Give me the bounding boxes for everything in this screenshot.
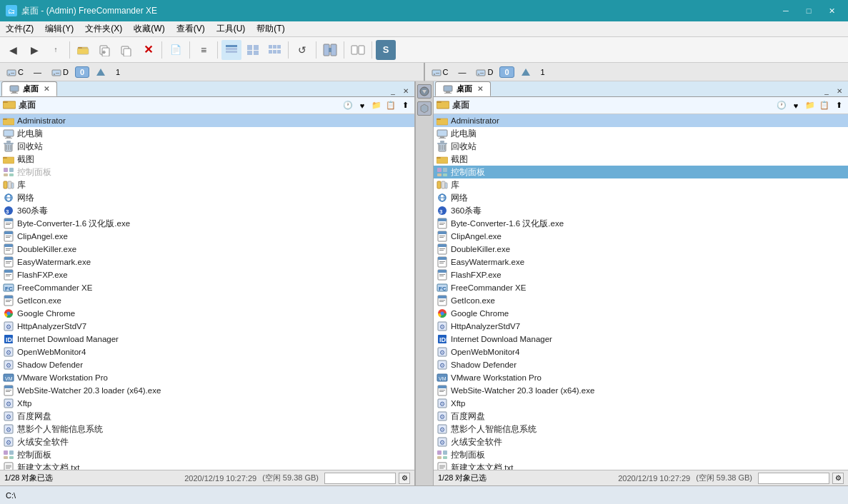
list-item[interactable]: ⚙百度网盘: [0, 410, 414, 423]
right-addr-time-btn[interactable]: 🕐: [775, 99, 788, 112]
list-item[interactable]: 回收站: [0, 140, 414, 153]
list-item[interactable]: FCFreeCommander XE: [434, 281, 848, 294]
list-item[interactable]: ⚙Shadow Defender: [0, 358, 414, 371]
list-item[interactable]: FlashFXP.exe: [0, 268, 414, 281]
list-item[interactable]: 控制面板: [434, 448, 848, 461]
refresh-button[interactable]: ↺: [292, 40, 312, 60]
right-addr-fav-btn[interactable]: ♥: [789, 99, 802, 112]
list-item[interactable]: 控制面板: [0, 448, 414, 461]
menu-edit[interactable]: 编辑(Y): [39, 21, 79, 37]
left-path-input[interactable]: [324, 473, 396, 484]
menu-folder[interactable]: 文件夹(X): [79, 21, 128, 37]
menu-file[interactable]: 文件(Z): [0, 21, 39, 37]
list-item[interactable]: 控制面板: [0, 166, 414, 178]
list-item[interactable]: WebSite-Watcher 20.3 loader (x64).exe: [434, 384, 848, 397]
left-drive-d[interactable]: D: [48, 66, 72, 79]
list-item[interactable]: 库: [434, 178, 848, 191]
list-item[interactable]: 截图: [0, 153, 414, 166]
list-item[interactable]: ⚙百度网盘: [434, 410, 848, 423]
delete-button[interactable]: ✕: [138, 40, 158, 60]
list-item[interactable]: ⚙火绒安全软件: [0, 435, 414, 448]
list-item[interactable]: ⚙Xftp: [0, 397, 414, 410]
list-item[interactable]: 回收站: [434, 140, 848, 153]
list-item[interactable]: DoubleKiller.exe: [434, 243, 848, 256]
list-item[interactable]: ClipAngel.exe: [434, 230, 848, 243]
sync-button[interactable]: [320, 40, 340, 60]
menu-favorites[interactable]: 收藏(W): [128, 21, 170, 37]
view-mode-button[interactable]: [348, 40, 368, 60]
right-drive-1[interactable]: 1: [537, 66, 549, 78]
up-button[interactable]: ↑: [46, 40, 66, 60]
list-item[interactable]: ⚙慧影个人智能信息系统: [434, 423, 848, 435]
list-item[interactable]: 此电脑: [0, 127, 414, 140]
list-item[interactable]: EasyWatermark.exe: [0, 256, 414, 268]
list-item[interactable]: IDMInternet Download Manager: [434, 333, 848, 346]
list-item[interactable]: ⚙OpenWebMonitor4: [434, 346, 848, 358]
left-tab-close[interactable]: ✕: [44, 85, 49, 93]
settings-button[interactable]: S: [376, 40, 396, 60]
list-item[interactable]: 库: [0, 178, 414, 191]
list-item[interactable]: EasyWatermark.exe: [434, 256, 848, 268]
list-item[interactable]: ⚙OpenWebMonitor4: [0, 346, 414, 358]
list-item[interactable]: ⚙HttpAnalyzerStdV7: [0, 320, 414, 333]
list-item[interactable]: ClipAngel.exe: [0, 230, 414, 243]
left-drive-up[interactable]: [92, 66, 109, 79]
back-button[interactable]: ◀: [3, 40, 23, 60]
left-tab-close-all[interactable]: ✕: [400, 85, 411, 96]
maximize-button[interactable]: □: [798, 4, 819, 18]
right-tab-minimize[interactable]: _: [821, 85, 832, 96]
right-drive-c[interactable]: C: [428, 66, 452, 79]
right-addr-copy-btn[interactable]: 📋: [818, 99, 831, 112]
left-file-list[interactable]: Administrator此电脑回收站截图控制面板库网络3360杀毒Byte-C…: [0, 114, 414, 470]
list-item[interactable]: GetIcon.exe: [0, 294, 414, 307]
left-addr-up-btn[interactable]: ⬆: [399, 99, 411, 112]
tile-view-button[interactable]: [243, 40, 263, 60]
list-item[interactable]: Byte-Converter-1.6 汉化版.exe: [434, 217, 848, 230]
left-drive-active[interactable]: 0: [75, 66, 89, 78]
right-settings-btn[interactable]: ⚙: [832, 473, 844, 484]
right-file-list[interactable]: Administrator此电脑回收站截图控制面板库网络3360杀毒Byte-C…: [434, 114, 848, 470]
list-item[interactable]: ⚙Xftp: [434, 397, 848, 410]
menu-tools[interactable]: 工具(U): [211, 21, 251, 37]
right-drive-up[interactable]: [517, 66, 534, 79]
list-item[interactable]: ⚙HttpAnalyzerStdV7: [434, 320, 848, 333]
open-button[interactable]: [74, 40, 94, 60]
list-item[interactable]: DoubleKiller.exe: [0, 243, 414, 256]
list-item[interactable]: ⚙慧影个人智能信息系统: [0, 423, 414, 435]
list-item[interactable]: 网络: [434, 191, 848, 204]
list-item[interactable]: FlashFXP.exe: [434, 268, 848, 281]
right-drive-d[interactable]: D: [472, 66, 497, 79]
list-item[interactable]: 网络: [0, 191, 414, 204]
right-addr-up-btn[interactable]: ⬆: [832, 99, 845, 112]
left-addr-time-btn[interactable]: 🕐: [341, 99, 354, 112]
left-addr-copy-btn[interactable]: 📋: [384, 99, 397, 112]
close-button[interactable]: ✕: [821, 4, 842, 18]
splitter-sync-icon[interactable]: [417, 101, 432, 116]
list-view-button[interactable]: ≡: [194, 40, 214, 60]
list-item[interactable]: Google Chrome: [0, 307, 414, 320]
copy-to-button[interactable]: ⊕: [95, 40, 115, 60]
list-item[interactable]: GetIcon.exe: [434, 294, 848, 307]
icon-view-button[interactable]: [264, 40, 284, 60]
left-tab-desktop[interactable]: 桌面 ✕: [1, 81, 57, 96]
list-item[interactable]: Google Chrome: [434, 307, 848, 320]
menu-help[interactable]: 帮助(T): [251, 21, 290, 37]
right-tab-close-all[interactable]: ✕: [834, 85, 845, 96]
list-item[interactable]: ⚙火绒安全软件: [434, 435, 848, 448]
list-item[interactable]: ⚙Shadow Defender: [434, 358, 848, 371]
list-item[interactable]: 此电脑: [434, 127, 848, 140]
detail-view-button[interactable]: [221, 40, 241, 60]
right-drive-active[interactable]: 0: [499, 66, 514, 78]
list-item[interactable]: FCFreeCommander XE: [0, 281, 414, 294]
minimize-button[interactable]: ─: [775, 4, 797, 18]
left-drive-1[interactable]: 1: [112, 66, 124, 78]
left-settings-btn[interactable]: ⚙: [399, 473, 410, 484]
properties-button[interactable]: 📄: [166, 40, 186, 60]
list-item[interactable]: 3360杀毒: [0, 204, 414, 217]
list-item[interactable]: 新建文本文档.txt: [0, 461, 414, 470]
list-item[interactable]: VMVMware Workstation Pro: [0, 371, 414, 384]
right-path-input[interactable]: [758, 473, 829, 484]
list-item[interactable]: VMVMware Workstation Pro: [434, 371, 848, 384]
left-tab-minimize[interactable]: _: [387, 85, 399, 96]
splitter-tools-icon[interactable]: [417, 84, 432, 99]
